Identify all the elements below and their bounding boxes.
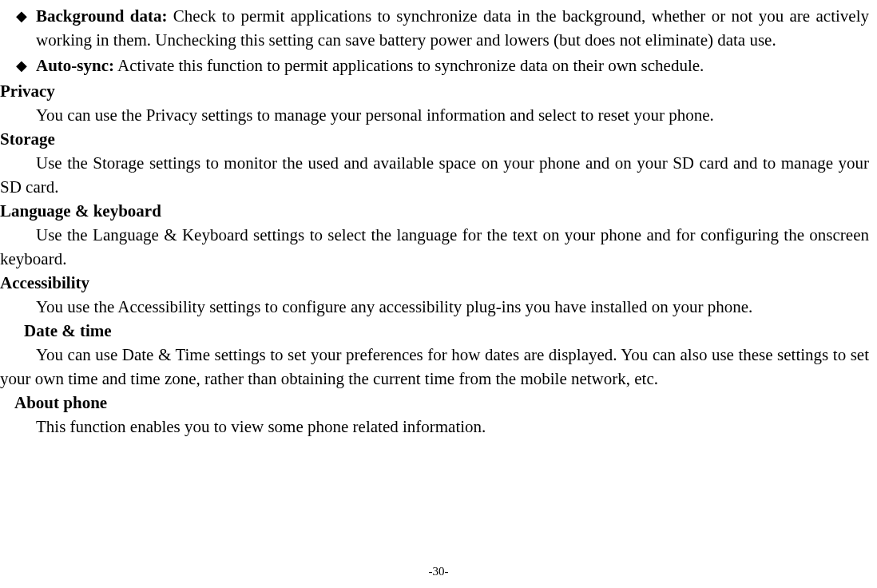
section-body: You use the Accessibility settings to co… [0,295,869,319]
page-number: -30- [0,565,877,578]
diamond-bullet-icon: ◆ [16,4,36,52]
section-heading-language: Language & keyboard [0,199,869,223]
bullet-text: Auto-sync: Activate this function to per… [36,54,869,77]
section-body: You can use the Privacy settings to mana… [0,103,869,127]
bullet-body: Activate this function to permit applica… [114,56,704,75]
bullet-text: Background data: Check to permit applica… [36,4,869,52]
bullet-item: ◆ Background data: Check to permit appli… [16,4,869,52]
section-body: Use the Language & Keyboard settings to … [0,223,869,271]
section-heading-storage: Storage [0,127,869,151]
section-heading-privacy: Privacy [0,79,869,103]
diamond-bullet-icon: ◆ [16,54,36,77]
section-heading-about: About phone [14,391,869,415]
section-heading-accessibility: Accessibility [0,271,869,295]
bullet-item: ◆ Auto-sync: Activate this function to p… [16,54,869,77]
section-heading-datetime: Date & time [24,319,869,343]
bullet-label: Background data: [36,6,168,26]
section-body: You can use Date & Time settings to set … [0,343,869,391]
section-body: This function enables you to view some p… [0,415,869,439]
bullet-label: Auto-sync: [36,56,114,75]
section-body: Use the Storage settings to monitor the … [0,151,869,199]
